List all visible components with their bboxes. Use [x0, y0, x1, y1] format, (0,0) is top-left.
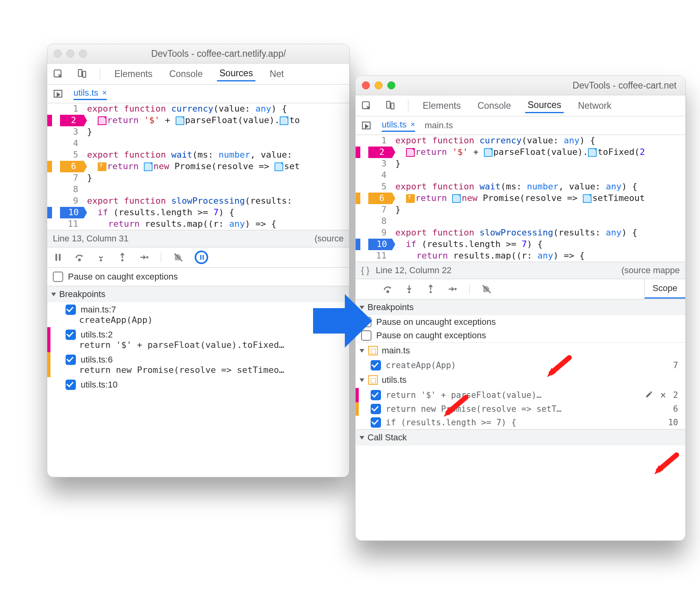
titlebar[interactable]: DevTools - coffee-cart.net	[356, 76, 685, 95]
navigator-icon[interactable]	[360, 120, 372, 131]
svg-rect-13	[391, 103, 394, 109]
pretty-print-icon[interactable]: { }	[361, 265, 369, 276]
svg-point-17	[408, 291, 410, 293]
svg-marker-15	[365, 125, 368, 128]
svg-rect-5	[56, 254, 57, 260]
file-tab-utils[interactable]: utils.ts ×	[73, 88, 107, 100]
checkbox-icon[interactable]	[371, 417, 381, 428]
panel-tabbar: Elements Console Sources Net	[47, 64, 349, 85]
devtools-window-after: DevTools - coffee-cart.net Elements Cons…	[355, 75, 686, 541]
edit-icon[interactable]	[645, 390, 653, 400]
breakpoints-header[interactable]: Breakpoints	[47, 286, 349, 302]
step-out-icon[interactable]	[117, 252, 128, 262]
step-over-icon[interactable]	[383, 284, 393, 294]
window-title: DevTools - coffee-cart.net	[402, 80, 679, 91]
window-title: DevTools - coffee-cart.netlify.app/	[94, 48, 343, 59]
checkbox-icon[interactable]	[66, 330, 76, 340]
deactivate-breakpoints-icon[interactable]	[481, 284, 492, 294]
breakpoint-entry[interactable]: utils.ts:6return new Promise(resolve => …	[47, 352, 349, 377]
tab-elements[interactable]: Elements	[420, 99, 463, 113]
breakpoint-entry[interactable]: main.ts:7createApp(App)	[47, 302, 349, 327]
svg-rect-2	[83, 71, 86, 77]
breakpoint-line[interactable]: return '$' + parseFloat(value)…×2	[356, 388, 685, 402]
file-tabbar: utils.ts × main.ts	[356, 116, 685, 135]
breakpoint-entry[interactable]: utils.ts:10	[47, 377, 349, 392]
deactivate-breakpoints-icon[interactable]	[173, 252, 184, 262]
breakpoint-line[interactable]: createApp(App)7	[356, 359, 685, 372]
svg-point-18	[429, 291, 431, 293]
close-icon[interactable]: ×	[102, 88, 107, 97]
svg-marker-20	[313, 294, 372, 347]
code-editor[interactable]: 1export function currency(value: any) {……	[356, 135, 685, 262]
tab-network[interactable]: Net	[267, 67, 286, 81]
device-icon[interactable]	[76, 68, 88, 80]
inspect-icon[interactable]	[360, 100, 372, 112]
step-into-icon[interactable]	[404, 284, 414, 294]
pause-icon[interactable]	[53, 252, 63, 262]
close-icon[interactable]: ×	[410, 120, 415, 129]
checkbox-icon[interactable]	[371, 404, 381, 414]
disclosure-triangle-icon	[360, 378, 364, 382]
file-tab-main[interactable]: main.ts	[425, 120, 453, 131]
device-icon[interactable]	[384, 100, 396, 112]
step-out-icon[interactable]	[425, 284, 436, 294]
breakpoints-header[interactable]: Breakpoints	[356, 299, 685, 315]
svg-point-16	[387, 291, 389, 292]
annotation-arrow-icon	[652, 451, 679, 478]
disclosure-triangle-icon	[51, 293, 56, 296]
checkbox-icon[interactable]	[371, 390, 381, 400]
step-into-icon[interactable]	[96, 252, 106, 262]
traffic-min-icon[interactable]	[375, 81, 383, 89]
debug-toolbar	[356, 279, 685, 299]
step-icon[interactable]	[139, 252, 149, 262]
checkbox-icon[interactable]	[66, 355, 76, 365]
file-icon: ⬚	[368, 375, 378, 385]
traffic-max-icon[interactable]	[387, 81, 395, 89]
annotation-arrow-icon	[544, 353, 572, 381]
scope-tab[interactable]: Scope	[644, 279, 685, 299]
traffic-max-icon[interactable]	[79, 50, 87, 58]
pause-on-caught-row[interactable]: Pause on caught exceptions	[47, 268, 349, 286]
transition-arrow-icon	[310, 289, 373, 353]
tab-console[interactable]: Console	[167, 67, 205, 81]
annotation-arrow-icon	[441, 393, 469, 421]
checkbox-icon[interactable]	[66, 380, 76, 390]
pause-on-uncaught-row[interactable]: Pause on uncaught exceptions	[356, 315, 685, 329]
svg-marker-4	[57, 93, 60, 96]
file-tab-utils[interactable]: utils.ts ×	[382, 120, 415, 132]
tab-elements[interactable]: Elements	[112, 67, 155, 81]
svg-point-7	[79, 259, 80, 260]
tab-console[interactable]: Console	[475, 99, 513, 113]
breakpoints-grouped-list: ⬚main.tscreateApp(App)7⬚utils.tsreturn '…	[356, 343, 685, 429]
disclosure-triangle-icon	[360, 436, 364, 440]
breakpoint-group-header[interactable]: ⬚utils.ts	[356, 372, 685, 388]
cursor-position: Line 12, Column 22	[376, 265, 452, 276]
traffic-min-icon[interactable]	[66, 50, 74, 58]
checkbox-icon[interactable]	[371, 360, 381, 370]
tab-sources[interactable]: Sources	[217, 66, 255, 81]
callstack-header[interactable]: Call Stack	[356, 429, 685, 446]
tab-sources[interactable]: Sources	[525, 98, 563, 113]
step-icon[interactable]	[447, 284, 457, 294]
svg-point-19	[454, 288, 456, 290]
checkbox-icon[interactable]	[53, 272, 63, 282]
remove-icon[interactable]: ×	[658, 390, 668, 401]
breakpoint-group-header[interactable]: ⬚main.ts	[356, 343, 685, 359]
svg-point-10	[146, 256, 148, 258]
traffic-close-icon[interactable]	[54, 50, 62, 58]
traffic-close-icon[interactable]	[362, 81, 370, 89]
checkbox-icon[interactable]	[66, 305, 76, 315]
titlebar[interactable]: DevTools - coffee-cart.netlify.app/	[47, 44, 349, 64]
pause-on-exceptions-icon[interactable]	[195, 251, 208, 264]
pause-on-caught-row[interactable]: Pause on caught exceptions	[356, 329, 685, 343]
svg-rect-12	[387, 101, 390, 108]
navigator-icon[interactable]	[52, 88, 64, 100]
breakpoint-line[interactable]: return new Promise(resolve => setT…6	[356, 402, 685, 416]
breakpoint-line[interactable]: if (results.length >= 7) {10	[356, 416, 685, 429]
tab-network[interactable]: Network	[576, 99, 614, 113]
code-editor[interactable]: 1export function currency(value: any) {……	[47, 103, 349, 230]
breakpoints-list: main.ts:7createApp(App)utils.ts:2return …	[47, 302, 349, 392]
inspect-icon[interactable]	[52, 68, 64, 80]
breakpoint-entry[interactable]: utils.ts:2return '$' + parseFloat(value)…	[47, 327, 349, 352]
step-over-icon[interactable]	[74, 252, 85, 262]
